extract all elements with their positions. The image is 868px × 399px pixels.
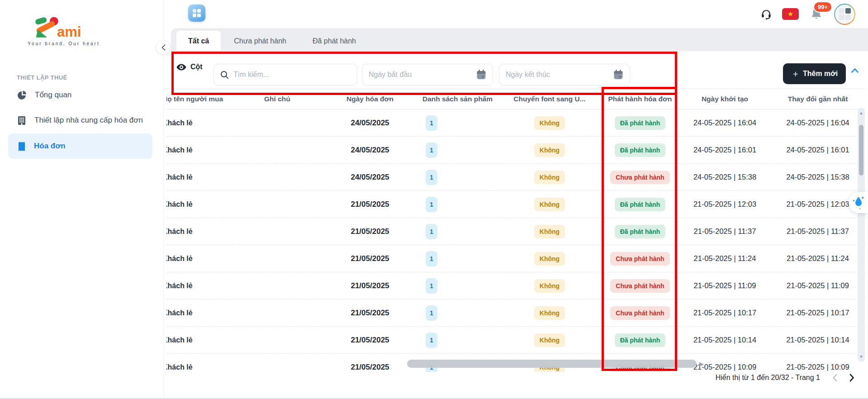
header-updated-at[interactable]: Thay đổi gần nhất xyxy=(771,95,864,103)
sidebar-section-label: THIẾT LẬP THUẾ xyxy=(17,74,163,81)
droplet-icon xyxy=(852,195,865,210)
vietnam-flag-icon[interactable]: ★ xyxy=(782,8,799,20)
tab-all[interactable]: Tất cả xyxy=(176,31,221,51)
cell-updated-at: 21-05-2025 | 11:37 xyxy=(771,227,864,236)
vertical-scrollbar-thumb[interactable] xyxy=(859,125,863,176)
ai-assistant-button[interactable] xyxy=(849,192,868,213)
brand-tagline: Your brand, Our heart xyxy=(28,41,100,46)
header-buyer[interactable]: Họ tên người mua xyxy=(166,95,250,103)
table-row[interactable]: Khách lẻ21/05/20251KhôngChưa phát hành21… xyxy=(166,245,865,272)
header-note[interactable]: Ghi chú xyxy=(250,95,323,103)
cell-buyer: Khách lẻ xyxy=(166,363,250,371)
table-row[interactable]: Khách lẻ24/05/20251KhôngĐã phát hành24-0… xyxy=(166,137,865,164)
convert-font-badge: Không xyxy=(534,279,565,293)
convert-font-badge: Không xyxy=(534,143,565,157)
horizontal-scrollbar-thumb[interactable] xyxy=(407,360,697,368)
cell-invoice-date: 21/05/2025 xyxy=(323,336,417,345)
scroll-right-icon[interactable]: ▶ xyxy=(699,361,704,367)
cell-invoice-date: 21/05/2025 xyxy=(323,281,417,290)
cell-buyer: Khách lẻ xyxy=(166,282,250,290)
tab-issued[interactable]: Đã phát hành xyxy=(299,31,369,51)
cell-product-count: 1 xyxy=(417,332,498,348)
end-date-input[interactable] xyxy=(506,71,609,79)
columns-toggle-button[interactable]: Cột xyxy=(176,63,203,71)
issue-status-badge: Đã phát hành xyxy=(615,198,666,211)
cell-invoice-date: 21/05/2025 xyxy=(323,309,417,318)
convert-font-badge: Không xyxy=(534,198,565,211)
cell-product-count: 1 xyxy=(417,278,498,294)
cell-product-count: 1 xyxy=(417,197,498,212)
cell-issue-status: Đã phát hành xyxy=(602,198,678,211)
cell-updated-at: 21-05-2025 | 10:14 xyxy=(771,336,864,344)
cell-issue-status: Chưa phát hành xyxy=(602,171,678,184)
table-row[interactable]: Khách lẻ21/05/20251KhôngĐã phát hành21-0… xyxy=(166,191,865,218)
scroll-up-icon[interactable]: ▲ xyxy=(858,110,865,115)
issue-status-badge: Đã phát hành xyxy=(615,143,666,157)
convert-font-badge: Không xyxy=(534,333,565,347)
sidebar-item-invoices[interactable]: Hóa đơn xyxy=(8,133,152,159)
grid-icon xyxy=(193,9,201,17)
sidebar-item-overview[interactable]: Tổng quan xyxy=(0,84,163,106)
scroll-down-icon[interactable]: ▼ xyxy=(858,354,865,359)
pagination-prev-button[interactable] xyxy=(832,374,837,382)
cell-created-at: 21-05-2025 | 11:24 xyxy=(678,254,771,263)
eye-icon xyxy=(176,64,186,71)
issue-status-badge: Chưa phát hành xyxy=(610,306,669,320)
avatar[interactable] xyxy=(834,4,855,25)
header-created-at[interactable]: Ngày khởi tạo xyxy=(678,95,771,103)
table-row[interactable]: Khách lẻ24/05/20251KhôngChưa phát hành24… xyxy=(166,164,865,191)
pagination-summary: Hiển thị từ 1 đến 20/32 - Trang 1 xyxy=(716,374,820,382)
search-icon xyxy=(220,71,229,79)
collapse-panel-button[interactable] xyxy=(851,68,859,73)
support-headset-icon[interactable] xyxy=(760,8,772,20)
add-new-label: Thêm mới xyxy=(803,70,838,78)
cell-invoice-date: 21/05/2025 xyxy=(323,227,417,236)
calendar-icon[interactable] xyxy=(613,69,623,80)
convert-font-badge: Không xyxy=(534,306,565,320)
plus-icon: ＋ xyxy=(791,68,800,80)
product-count-badge: 1 xyxy=(426,305,437,321)
pagination: Hiển thị từ 1 đến 20/32 - Trang 1 xyxy=(716,374,854,382)
cell-buyer: Khách lẻ xyxy=(166,228,250,236)
product-count-badge: 1 xyxy=(426,278,437,294)
cell-convert-font: Không xyxy=(498,225,602,238)
cell-created-at: 21-05-2025 | 10:14 xyxy=(678,336,771,344)
sidebar-item-invoice-provider-setup[interactable]: Thiết lập nhà cung cấp hóa đơn xyxy=(0,109,163,132)
product-count-badge: 1 xyxy=(426,115,437,131)
header-product-list[interactable]: Danh sách sản phẩm xyxy=(417,95,498,103)
issue-status-badge: Chưa phát hành xyxy=(610,252,669,266)
sidebar-collapse-button[interactable] xyxy=(156,40,171,55)
cell-convert-font: Không xyxy=(498,333,602,347)
cell-invoice-date: 24/05/2025 xyxy=(323,119,417,128)
cell-convert-font: Không xyxy=(498,252,602,266)
convert-font-badge: Không xyxy=(534,225,565,238)
calendar-icon[interactable] xyxy=(476,69,486,80)
apps-grid-icon[interactable] xyxy=(188,5,205,22)
search-input[interactable] xyxy=(233,71,351,79)
issue-status-badge: Đã phát hành xyxy=(615,225,666,238)
table-row[interactable]: Khách lẻ24/05/20251KhôngĐã phát hành24-0… xyxy=(166,109,865,137)
vertical-scrollbar[interactable]: ▲ ▼ xyxy=(858,108,865,362)
cell-invoice-date: 24/05/2025 xyxy=(323,173,417,182)
header-issue-status[interactable]: Phát hành hóa đơn xyxy=(602,95,678,103)
tab-not-issued[interactable]: Chưa phát hành xyxy=(221,31,299,51)
chevron-left-icon xyxy=(161,44,166,51)
notifications-button[interactable]: 99+ xyxy=(809,5,824,23)
table-row[interactable]: Khách lẻ21/05/20251KhôngChưa phát hành21… xyxy=(166,299,865,327)
cell-issue-status: Đã phát hành xyxy=(602,333,678,347)
cell-invoice-date: 21/05/2025 xyxy=(323,200,417,209)
topbar-actions: ★ 99+ xyxy=(760,4,855,24)
table-row[interactable]: Khách lẻ21/05/20251KhôngĐã phát hành21-0… xyxy=(166,218,865,245)
header-invoice-date[interactable]: Ngày hóa đơn xyxy=(323,95,417,103)
add-new-button[interactable]: ＋ Thêm mới xyxy=(783,63,846,84)
start-date-input[interactable] xyxy=(369,71,472,79)
convert-font-badge: Không xyxy=(534,171,565,184)
table-row[interactable]: Khách lẻ21/05/20251KhôngĐã phát hành21-0… xyxy=(166,327,865,354)
pagination-next-button[interactable] xyxy=(849,374,854,382)
end-date-field xyxy=(499,64,630,86)
convert-font-badge: Không xyxy=(534,116,565,130)
cell-buyer: Khách lẻ xyxy=(166,255,250,263)
cell-created-at: 24-05-2025 | 15:38 xyxy=(678,173,771,181)
table-row[interactable]: Khách lẻ21/05/20251KhôngChưa phát hành21… xyxy=(166,272,865,299)
header-convert-font[interactable]: Chuyển font sang U... xyxy=(498,95,602,103)
